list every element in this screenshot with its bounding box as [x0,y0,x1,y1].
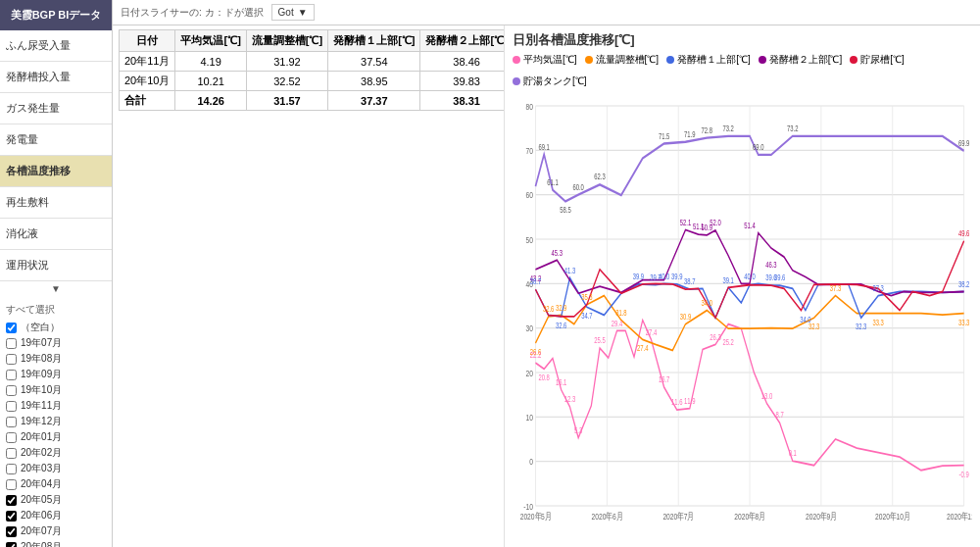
cell-flow-1: 32.52 [246,72,327,91]
filter-header: すべて選択 [0,300,112,320]
sidebar-item-gas[interactable]: ガス発生量 [0,93,112,124]
svg-text:33.3: 33.3 [958,318,969,327]
svg-text:32.6: 32.6 [543,304,554,314]
cell-ferm2-0: 38.46 [420,52,505,72]
sidebar-item-kakusou[interactable]: 各槽温度推移 [0,156,112,187]
svg-text:25.2: 25.2 [722,336,733,346]
slicer-box[interactable]: Got ▼ [271,4,315,21]
svg-text:69.1: 69.1 [538,142,549,152]
slicer-dropdown-icon[interactable]: ▼ [298,7,308,18]
svg-text:0.1: 0.1 [789,448,797,458]
svg-text:11.9: 11.9 [684,396,695,406]
filter-item-6[interactable]: 19年12月 [0,414,112,429]
legend-color-5 [513,77,520,85]
filter-item-label-13: 20年07月 [21,524,62,538]
svg-text:13.0: 13.0 [761,391,772,401]
filter-item-13[interactable]: 20年07月 [0,523,112,539]
sidebar-item-saisei[interactable]: 再生敷料 [0,187,112,219]
svg-text:41.3: 41.3 [564,266,575,275]
svg-text:30.9: 30.9 [680,312,691,322]
svg-text:71.9: 71.9 [684,129,695,139]
filter-item-12[interactable]: 20年06月 [0,508,112,523]
filter-item-label-12: 20年06月 [21,509,62,522]
svg-text:61.1: 61.1 [547,177,558,187]
legend-label-3: 発酵槽２上部[℃] [769,53,843,67]
filter-item-0[interactable]: （空白） [0,320,112,335]
filter-item-3[interactable]: 19年09月 [0,367,112,382]
svg-text:39.9: 39.9 [671,272,682,281]
svg-text:11.6: 11.6 [671,397,682,407]
svg-text:60.0: 60.0 [572,182,583,192]
svg-text:2020年6月: 2020年6月 [592,512,623,522]
sidebar-item-unyou[interactable]: 運用状況 [0,250,112,281]
sidebar-item-hakkousou[interactable]: 発酵槽投入量 [0,62,112,93]
filter-item-8[interactable]: 20年02月 [0,445,112,461]
legend-color-2 [666,56,674,64]
legend-item-0: 平均気温[℃] [513,53,577,67]
col-header-avg-temp: 平均気温[℃] [175,30,246,52]
filter-item-2[interactable]: 19年08月 [0,351,112,367]
svg-text:-10: -10 [523,501,533,511]
svg-text:35.3: 35.3 [581,292,592,302]
svg-text:33.3: 33.3 [872,318,883,327]
sidebar-item-funnyou[interactable]: ふん尿受入量 [0,30,112,62]
filter-item-label-1: 19年07月 [21,336,62,350]
filter-item-9[interactable]: 20年03月 [0,461,112,476]
filter-item-label-4: 19年10月 [21,383,62,397]
filter-item-14[interactable]: 20年08月 [0,539,112,547]
filter-item-7[interactable]: 20年01月 [0,429,112,445]
svg-text:2020年11月: 2020年11月 [947,512,972,522]
svg-text:39.9: 39.9 [633,272,644,281]
svg-text:70: 70 [525,146,533,156]
sidebar-collapse-button[interactable]: ▼ [0,281,112,296]
sidebar-item-shouka[interactable]: 消化液 [0,219,112,250]
table-panel: 日付 平均気温[℃] 流量調整槽[℃] 発酵槽１上部[℃] 発酵槽２上部[℃] … [113,25,505,547]
chart-container: -10010203040506070802020年5月2020年6月2020年7… [513,94,972,541]
chart-panel: 日別各槽温度推移[℃] 平均気温[℃]流量調整槽[℃]発酵槽１上部[℃]発酵槽２… [505,25,980,547]
filter-item-label-11: 20年05月 [21,493,62,507]
svg-text:38.7: 38.7 [530,276,541,286]
legend-label-4: 貯尿槽[℃] [860,53,905,67]
cell-ferm2-2: 38.31 [420,91,505,111]
data-table: 日付 平均気温[℃] 流量調整槽[℃] 発酵槽１上部[℃] 発酵槽２上部[℃] … [119,29,505,111]
cell-avg_temp-2: 14.26 [175,91,246,111]
legend-label-2: 発酵槽１上部[℃] [677,53,751,67]
filter-item-4[interactable]: 19年10月 [0,382,112,398]
filter-item-label-0: （空白） [21,321,60,334]
svg-text:27.4: 27.4 [646,327,657,337]
svg-text:39.1: 39.1 [722,274,733,284]
cell-date-1: 20年10月 [120,72,175,91]
table-row-0: 20年11月4.1931.9237.5438.4649.46 [120,52,506,72]
svg-text:10: 10 [525,413,533,423]
filter-item-10[interactable]: 20年04月 [0,476,112,492]
legend-item-1: 流量調整槽[℃] [585,53,660,67]
filter-item-1[interactable]: 19年07月 [0,335,112,351]
svg-text:37.3: 37.3 [830,283,841,293]
filter-item-label-2: 19年08月 [21,352,62,366]
svg-text:2020年10月: 2020年10月 [875,512,909,522]
svg-text:16.7: 16.7 [659,374,669,384]
cell-avg_temp-1: 10.21 [175,72,246,91]
sidebar-item-hatsuden[interactable]: 発電量 [0,124,112,156]
svg-text:32.6: 32.6 [556,321,566,330]
svg-text:62.3: 62.3 [594,172,605,181]
svg-text:51.4: 51.4 [744,221,755,230]
svg-text:40.0: 40.0 [659,271,669,280]
filter-item-5[interactable]: 19年11月 [0,398,112,414]
svg-text:12.3: 12.3 [564,394,575,404]
legend-item-3: 発酵槽２上部[℃] [759,53,843,67]
svg-text:69.0: 69.0 [753,142,763,152]
sidebar-title: 美霞BGP BIデータ [0,0,112,30]
table-row-1: 20年10月10.2132.5238.9539.8349.02 [120,72,506,91]
svg-text:26.3: 26.3 [710,332,720,342]
cell-date-2: 合計 [120,91,175,111]
svg-text:71.5: 71.5 [659,131,669,141]
svg-text:40.0: 40.0 [744,271,755,280]
filter-item-label-5: 19年11月 [21,399,62,413]
legend-color-0 [513,56,520,64]
svg-text:50: 50 [525,234,533,244]
svg-text:46.3: 46.3 [765,260,776,270]
slicer-text: Got [278,7,294,18]
svg-text:16.1: 16.1 [556,377,566,387]
filter-item-11[interactable]: 20年05月 [0,492,112,508]
